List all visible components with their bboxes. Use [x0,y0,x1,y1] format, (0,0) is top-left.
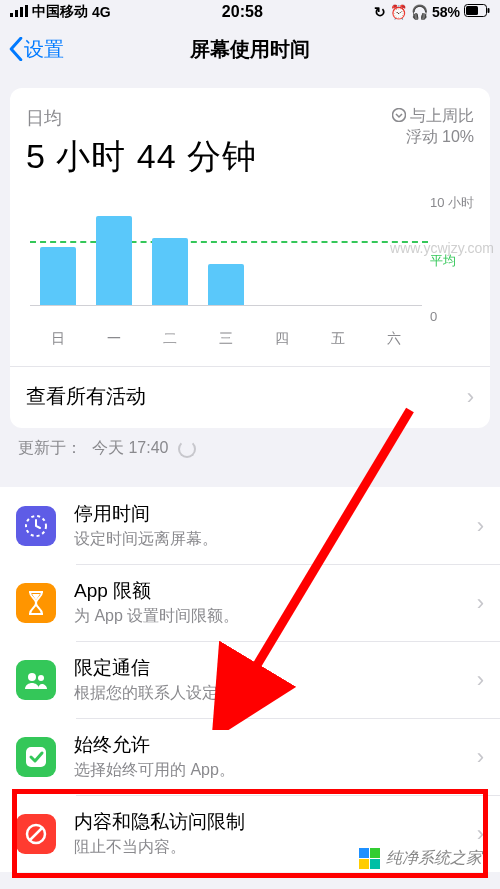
watermark-logo-icon [358,847,380,869]
nosign-icon [16,814,56,854]
watermark-text: 纯净系统之家 [386,848,482,869]
daily-avg-value: 5 小时 44 分钟 [26,134,257,180]
chevron-right-icon: › [477,513,484,539]
svg-point-10 [38,675,44,681]
svg-rect-3 [25,5,28,17]
status-left: 中国移动 4G [10,3,111,21]
option-subtitle: 设定时间远离屏幕。 [74,529,469,550]
headphones-icon: 🎧 [411,4,428,20]
updated-row: 更新于： 今天 17:40 [0,428,500,469]
daily-avg-label: 日均 [26,106,257,130]
x-label: 六 [387,330,401,348]
option-subtitle: 为 App 设置时间限额。 [74,606,469,627]
chevron-right-icon: › [477,590,484,616]
view-all-row[interactable]: 查看所有活动 › [26,367,474,418]
chevron-right-icon: › [477,744,484,770]
x-label: 三 [219,330,233,348]
back-label: 设置 [24,36,64,63]
downtime-icon [16,506,56,546]
page-title: 屏幕使用时间 [190,36,310,63]
spinner-icon [178,440,196,458]
option-title: 停用时间 [74,501,469,527]
status-time: 20:58 [222,3,263,21]
trend-block: 与上周比 浮动 10% [392,106,474,148]
option-contacts[interactable]: 限定通信根据您的联系人设定限制。› [0,641,500,718]
option-hourglass[interactable]: App 限额为 App 设置时间限额。› [0,564,500,641]
updated-time: 今天 17:40 [92,438,168,459]
trend-label: 与上周比 [410,106,474,127]
x-label: 一 [107,330,121,348]
chevron-right-icon: › [467,384,474,410]
nav-bar: 设置 屏幕使用时间 [0,24,500,74]
battery-percent: 58% [432,4,460,20]
options-list: 停用时间设定时间远离屏幕。›App 限额为 App 设置时间限额。›限定通信根据… [0,487,500,872]
svg-point-7 [393,108,406,121]
updated-prefix: 更新于： [18,438,82,459]
sync-icon: ↻ [374,4,386,20]
svg-rect-0 [10,13,13,17]
usage-chart: 10 小时 平均 0 [26,194,474,324]
svg-rect-2 [20,7,23,17]
carrier-label: 中国移动 [32,3,88,21]
y-tick-max: 10 小时 [430,194,474,212]
option-title: 始终允许 [74,732,469,758]
status-right: ↻ ⏰ 🎧 58% [374,4,490,20]
chevron-right-icon: › [477,667,484,693]
network-label: 4G [92,4,111,20]
option-title: 限定通信 [74,655,469,681]
option-subtitle: 根据您的联系人设定限制。 [74,683,469,704]
x-label: 四 [275,330,289,348]
option-downtime[interactable]: 停用时间设定时间远离屏幕。› [0,487,500,564]
battery-icon [464,4,490,20]
alarm-icon: ⏰ [390,4,407,20]
option-title: App 限额 [74,578,469,604]
bar-一 [96,216,132,305]
x-label: 五 [331,330,345,348]
option-check[interactable]: 始终允许选择始终可用的 App。› [0,718,500,795]
svg-point-9 [28,673,36,681]
arrow-down-icon [392,108,406,126]
check-icon [16,737,56,777]
option-title: 内容和隐私访问限制 [74,809,469,835]
option-subtitle: 选择始终可用的 App。 [74,760,469,781]
back-button[interactable]: 设置 [0,36,64,63]
hourglass-icon [16,583,56,623]
bg-watermark: www.ycwjzy.com [390,240,494,256]
signal-icon [10,4,28,20]
summary-card: 日均 5 小时 44 分钟 与上周比 浮动 10% 10 小时 平均 0 日一二… [10,88,490,428]
bar-三 [208,264,244,305]
svg-rect-11 [26,747,46,767]
chevron-right-icon: › [477,821,484,847]
svg-rect-5 [466,6,478,15]
bar-日 [40,247,76,305]
x-label: 二 [163,330,177,348]
chart-x-labels: 日一二三四五六 [30,330,422,348]
chevron-left-icon [8,37,24,61]
svg-rect-6 [487,8,489,13]
x-label: 日 [51,330,65,348]
svg-rect-1 [15,10,18,17]
y-tick-min: 0 [430,309,474,324]
view-all-label: 查看所有活动 [26,383,146,410]
chart-bars [30,194,422,305]
watermark: 纯净系统之家 [352,845,488,871]
bar-二 [152,238,188,305]
status-bar: 中国移动 4G 20:58 ↻ ⏰ 🎧 58% [0,0,500,24]
contacts-icon [16,660,56,700]
svg-line-13 [30,828,42,840]
trend-value: 浮动 10% [392,127,474,148]
